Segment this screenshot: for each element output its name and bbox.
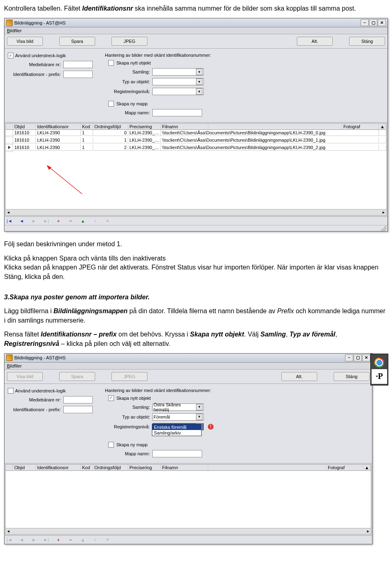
alt-button[interactable]: Alt.: [281, 372, 317, 381]
minimize-button[interactable]: –: [345, 354, 353, 361]
close-button[interactable]: ✕: [362, 354, 370, 361]
nav-next-button[interactable]: ►: [31, 218, 37, 224]
nav-first-button[interactable]: |◄: [6, 218, 13, 224]
col-objid[interactable]: Objid: [13, 124, 36, 130]
menu-bildfiler[interactable]: Bildfiler: [7, 363, 22, 368]
skapa-ny-mapp-checkbox[interactable]: [108, 101, 114, 107]
col-foto[interactable]: Fotograf: [327, 465, 363, 471]
nav-delete-button[interactable]: −: [67, 218, 74, 224]
nav-last-button[interactable]: ►|: [43, 218, 49, 224]
nav-add-button[interactable]: +: [55, 218, 62, 224]
toolbar: Visa bild Spara JPEG Alt. Stäng: [4, 370, 372, 384]
stang-button[interactable]: Stäng: [334, 372, 370, 381]
spara-button[interactable]: Spara: [59, 37, 95, 46]
maximize-button[interactable]: ▢: [369, 19, 377, 26]
nav-commit-button[interactable]: ✓: [92, 537, 98, 543]
table-row[interactable]: 181610LKLH-239010LKLH-2390_0.jpg\\tsclie…: [6, 130, 386, 137]
id-prefix-input[interactable]: [63, 406, 93, 413]
col-fil[interactable]: Filnamn: [161, 124, 208, 130]
chevron-down-icon: ▼: [196, 78, 203, 85]
titlebar[interactable]: Bildinläggning - AST@HS – ▢ ✕: [4, 18, 388, 27]
jpeg-button[interactable]: JPEG: [111, 372, 147, 381]
typ-dropdown[interactable]: ▼: [152, 78, 204, 85]
chrome-icon[interactable]: [372, 355, 387, 368]
mediebarare-input[interactable]: [63, 61, 93, 68]
col-kod[interactable]: Kod: [81, 124, 93, 130]
use-underscore-checkbox[interactable]: [8, 388, 13, 394]
alt-button[interactable]: Alt.: [297, 37, 333, 46]
id-prefix-input[interactable]: [63, 71, 93, 78]
col-prec[interactable]: Precisering: [128, 465, 161, 471]
config-area: ✓ Använd understreck-logik Mediebärare n…: [4, 49, 388, 123]
side-badge[interactable]: ·P: [372, 369, 387, 384]
nav-edit-button[interactable]: ▲: [80, 537, 86, 543]
nav-next-button[interactable]: ►: [31, 537, 37, 543]
chevron-down-icon: ▼: [196, 69, 203, 75]
app-window-2: Bildinläggning - AST@HS – ▢ ✕ Bildfiler …: [4, 353, 372, 544]
col-kod[interactable]: Kod: [81, 465, 93, 471]
samling-dropdown[interactable]: ▼: [152, 68, 204, 76]
resize-grip-icon[interactable]: [381, 225, 386, 231]
toolbar: Visa bild Spara JPEG Alt. Stäng: [4, 34, 388, 49]
table-row[interactable]: 181610LKLH-239012LKLH-2390_2.jpg\\tsclie…: [6, 145, 386, 152]
visa-bild-button[interactable]: Visa bild: [7, 372, 43, 381]
nav-first-button[interactable]: |◄: [6, 537, 13, 543]
record-navigator: |◄ ◄ ► ►| + − ▲ ✓ ✕: [4, 535, 372, 544]
menubar: Bildfiler: [4, 27, 388, 34]
nav-cancel-button[interactable]: ✕: [104, 218, 111, 224]
col-ident[interactable]: Identifikationsnr: [36, 124, 81, 130]
minimize-button[interactable]: –: [361, 19, 369, 26]
col-foto[interactable]: Fotograf: [342, 124, 379, 130]
use-underscore-checkbox[interactable]: ✓: [8, 53, 13, 58]
dropdown-option[interactable]: Enstaka föremål: [152, 424, 201, 430]
doc-paragraph-3: Klicka på knappen Spara och vänta tills …: [4, 254, 388, 281]
mapp-namn-input[interactable]: [152, 109, 202, 116]
nav-prev-button[interactable]: ◄: [18, 537, 25, 543]
skapa-nytt-checkbox[interactable]: ✓: [108, 395, 114, 401]
doc-paragraph-2: Följ sedan beskrivningen under metod 1.: [4, 240, 388, 249]
nav-add-button[interactable]: +: [55, 537, 62, 543]
nav-edit-button[interactable]: ▲: [80, 218, 86, 224]
typ-dropdown[interactable]: Föremål▼: [152, 413, 204, 421]
spara-button[interactable]: Spara: [59, 372, 95, 381]
close-button[interactable]: ✕: [378, 19, 386, 26]
window-title: Bildinläggning - AST@HS: [14, 355, 66, 360]
app-window-1: Bildinläggning - AST@HS – ▢ ✕ Bildfiler …: [4, 18, 388, 232]
mediebarare-input[interactable]: [63, 396, 93, 403]
col-fil[interactable]: Filnamn: [161, 465, 208, 471]
chevron-down-icon: ▼: [196, 404, 203, 410]
nav-cancel-button[interactable]: ✕: [104, 537, 111, 543]
col-ident[interactable]: Identifikationsnr: [36, 465, 81, 471]
maximize-button[interactable]: ▢: [354, 354, 362, 361]
nav-prev-button[interactable]: ◄: [18, 218, 25, 224]
nav-commit-button[interactable]: ✓: [92, 218, 98, 224]
scroll-up-icon[interactable]: ▲: [363, 465, 371, 471]
mapp-namn-input[interactable]: [152, 450, 202, 457]
nav-delete-button[interactable]: −: [67, 537, 74, 543]
grid-body: 181610LKLH-239010LKLH-2390_0.jpg\\tsclie…: [6, 130, 386, 152]
skapa-ny-mapp-checkbox[interactable]: [108, 442, 114, 448]
skapa-nytt-checkbox[interactable]: [108, 60, 114, 66]
menubar: Bildfiler: [4, 363, 372, 370]
chevron-down-icon: ▼: [196, 88, 203, 95]
nav-last-button[interactable]: ►|: [43, 537, 49, 543]
dropdown-option[interactable]: Samling/arkiv: [152, 430, 201, 436]
titlebar[interactable]: Bildinläggning - AST@HS – ▢ ✕: [4, 354, 372, 363]
table-row[interactable]: 181610LKLH-239011LKLH-2390_1.jpg\\tsclie…: [6, 137, 386, 145]
scroll-up-icon[interactable]: ▲: [379, 124, 386, 130]
horizontal-scrollbar[interactable]: ◄►: [6, 528, 371, 534]
menu-bildfiler[interactable]: Bildfiler: [7, 28, 22, 33]
col-ordn[interactable]: Ordningsföljd: [93, 465, 128, 471]
col-prec[interactable]: Precisering: [128, 124, 161, 130]
samling-label: Samling:: [105, 405, 150, 410]
jpeg-button[interactable]: JPEG: [111, 37, 147, 46]
stang-button[interactable]: Stäng: [349, 37, 385, 46]
col-ordn[interactable]: Ordningsföljd: [93, 124, 128, 130]
col-objid[interactable]: Objid: [13, 465, 36, 471]
horizontal-scrollbar[interactable]: ◄►: [6, 209, 386, 215]
handling-heading: Hantering av bilder med okänt identifika…: [105, 53, 211, 58]
samling-dropdown[interactable]: Östra Skånes hemslöj▼: [152, 403, 204, 411]
regniva-dropdown[interactable]: ▼: [152, 88, 204, 95]
skapa-ny-mapp-label: Skapa ny mapp: [116, 101, 147, 106]
visa-bild-button[interactable]: Visa bild: [7, 37, 43, 46]
